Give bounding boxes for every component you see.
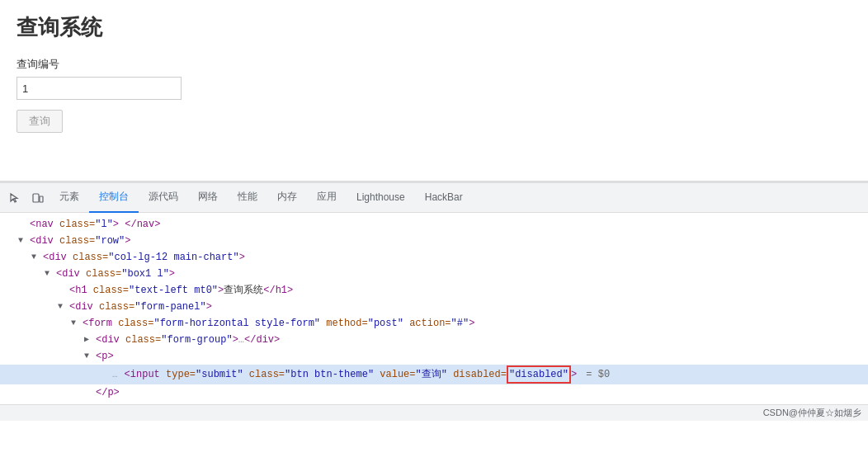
page-content: 查询系统 查询编号 查询 [0, 0, 868, 181]
form-section: 查询编号 查询 [17, 57, 851, 133]
code-line-div-box[interactable]: <div class="box1 l"> [0, 266, 868, 282]
expand-icon-form[interactable] [71, 316, 83, 331]
expand-icon-form-panel[interactable] [58, 299, 69, 314]
devtools-panel: 元素 控制台 源代码 网络 性能 内存 应用 Lighthouse HackBa… [0, 181, 868, 421]
expand-icon-p[interactable] [84, 349, 96, 364]
code-line-div-form-group[interactable]: <div class="form-group">…</div> [0, 332, 868, 348]
query-input[interactable] [17, 77, 182, 100]
device-icon[interactable] [26, 186, 50, 210]
tab-memory[interactable]: 内存 [267, 183, 307, 213]
tab-hackbar[interactable]: HackBar [415, 183, 473, 213]
tab-performance[interactable]: 性能 [228, 183, 267, 213]
devtools-statusbar: CSDN@仲仲夏☆如烟乡 [0, 404, 868, 421]
tab-elements[interactable]: 元素 [50, 183, 89, 213]
watermark: CSDN@仲仲夏☆如烟乡 [763, 407, 861, 419]
code-line-input[interactable]: …<input type="submit" class="btn btn-the… [0, 365, 868, 384]
line-dots: … [109, 367, 118, 382]
page-title: 查询系统 [17, 13, 851, 42]
tab-application[interactable]: 应用 [307, 183, 347, 213]
code-line-p-close[interactable]: </p> [0, 384, 868, 401]
code-line-nav[interactable]: <nav class="l"> </nav> [0, 216, 868, 233]
form-label: 查询编号 [17, 57, 851, 72]
tab-console[interactable]: 控制台 [89, 183, 139, 213]
cursor-icon[interactable] [3, 186, 26, 210]
svg-rect-1 [40, 196, 43, 202]
expand-icon-row[interactable] [18, 233, 30, 248]
devtools-toolbar: 元素 控制台 源代码 网络 性能 内存 应用 Lighthouse HackBa… [0, 183, 868, 213]
code-line-div-col[interactable]: <div class="col-lg-12 main-chart"> [0, 249, 868, 266]
code-line-form[interactable]: <form class="form-horizontal style-form"… [0, 315, 868, 332]
disabled-attr-highlight: "disabled" [507, 365, 571, 384]
expand-icon-col[interactable] [31, 250, 43, 265]
tab-network[interactable]: 网络 [188, 183, 228, 213]
expand-icon-form-group[interactable] [84, 332, 96, 347]
code-line-div-form-panel[interactable]: <div class="form-panel"> [0, 299, 868, 315]
svg-rect-0 [33, 194, 39, 202]
code-line-p-open[interactable]: <p> [0, 348, 868, 365]
tab-lighthouse[interactable]: Lighthouse [347, 183, 415, 213]
query-button[interactable]: 查询 [17, 110, 63, 133]
devtools-content: <nav class="l"> </nav> <div class="row">… [0, 213, 868, 404]
expand-icon-box[interactable] [45, 266, 56, 281]
code-line-h1[interactable]: <h1 class="text-left mt0">查询系统</h1> [0, 282, 868, 299]
tab-sources[interactable]: 源代码 [139, 183, 188, 213]
code-line-div-row[interactable]: <div class="row"> [0, 233, 868, 249]
